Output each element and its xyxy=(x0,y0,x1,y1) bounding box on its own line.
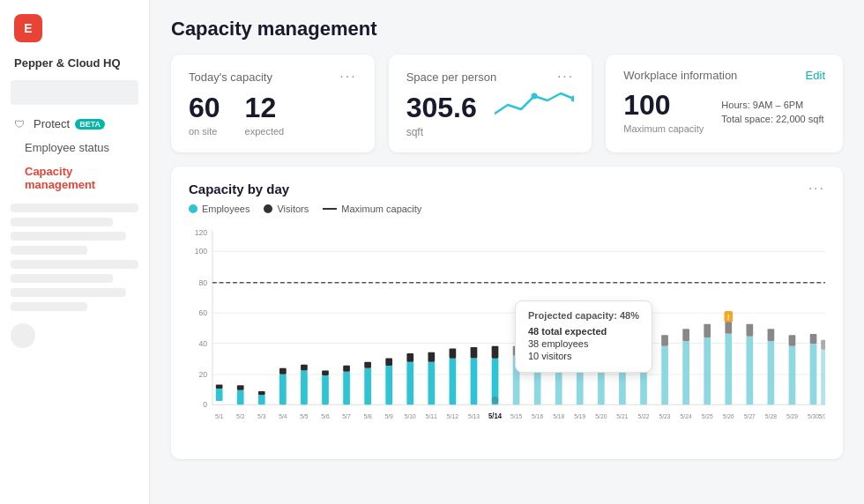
chart-legend: Employees Visitors Maximum capacity xyxy=(189,204,825,214)
legend-max-label: Maximum capacity xyxy=(341,204,421,214)
svg-rect-86 xyxy=(682,341,689,404)
svg-text:5/20: 5/20 xyxy=(595,413,607,419)
beta-badge: BETA xyxy=(75,119,105,130)
skeleton-bar xyxy=(11,274,113,283)
svg-rect-90 xyxy=(704,324,711,337)
svg-text:5/11: 5/11 xyxy=(426,413,437,419)
on-site-label: on site xyxy=(189,126,220,137)
company-name: Pepper & Cloud HQ xyxy=(0,56,149,80)
card-menu-dots[interactable]: ··· xyxy=(339,69,356,85)
svg-text:5/30: 5/30 xyxy=(808,413,819,419)
svg-rect-66 xyxy=(555,346,562,405)
svg-rect-41 xyxy=(385,366,392,404)
svg-rect-53 xyxy=(471,359,478,405)
chart-header: Capacity by day ··· xyxy=(189,181,825,196)
svg-text:5/28: 5/28 xyxy=(765,413,777,419)
svg-text:5/24: 5/24 xyxy=(681,413,692,419)
svg-text:120: 120 xyxy=(195,227,207,236)
sidebar-avatar xyxy=(11,323,35,348)
sidebar-logo-area: E xyxy=(0,14,149,56)
protect-label: Protect xyxy=(34,117,70,130)
svg-text:5/9: 5/9 xyxy=(385,413,393,419)
shield-icon: 🛡 xyxy=(14,118,25,130)
card-edit-button[interactable]: Edit xyxy=(806,69,825,82)
legend-employees: Employees xyxy=(189,204,250,214)
skeleton-bar xyxy=(11,232,126,241)
app-logo: E xyxy=(14,14,42,42)
svg-text:5/12: 5/12 xyxy=(447,413,458,419)
legend-dot-visitors xyxy=(264,204,272,213)
chart-menu-dots[interactable]: ··· xyxy=(808,181,825,196)
skeleton-bar xyxy=(11,246,87,255)
svg-rect-98 xyxy=(746,324,753,337)
svg-text:5/21: 5/21 xyxy=(616,413,628,419)
svg-rect-32 xyxy=(322,375,329,404)
svg-text:5/8: 5/8 xyxy=(363,413,371,419)
space-value-group: 305.6 sqft xyxy=(406,92,477,138)
svg-text:5/6: 5/6 xyxy=(321,413,329,419)
svg-rect-39 xyxy=(364,362,371,368)
svg-rect-42 xyxy=(385,359,392,366)
svg-text:80: 80 xyxy=(199,278,208,287)
card-title-workplace: Workplace information xyxy=(623,69,737,82)
svg-text:20: 20 xyxy=(199,370,208,379)
svg-text:5/2: 5/2 xyxy=(236,413,244,419)
svg-rect-92 xyxy=(725,334,732,405)
sidebar-item-protect[interactable]: 🛡 Protect BETA xyxy=(0,112,149,136)
workplace-hours: Hours: 9AM – 6PM xyxy=(721,100,823,110)
space-unit: sqft xyxy=(406,126,477,138)
svg-text:5/26: 5/26 xyxy=(723,413,734,419)
svg-rect-78 xyxy=(619,322,626,337)
chart-title: Capacity by day xyxy=(189,182,289,196)
svg-text:5/14: 5/14 xyxy=(488,412,502,420)
sparkline xyxy=(495,83,574,130)
svg-rect-27 xyxy=(279,368,287,374)
svg-rect-30 xyxy=(301,365,308,371)
legend-employees-label: Employees xyxy=(202,204,250,214)
legend-dot-employees xyxy=(189,204,197,213)
svg-text:100: 100 xyxy=(195,247,207,256)
sidebar-item-employee-status[interactable]: Employee status xyxy=(0,136,149,159)
svg-rect-20 xyxy=(237,390,244,405)
svg-text:5/27: 5/27 xyxy=(744,413,756,419)
svg-text:5/10: 5/10 xyxy=(405,413,416,419)
svg-rect-103 xyxy=(789,346,796,405)
svg-rect-61 xyxy=(513,346,520,356)
chart-area: Projected capacity: 48% 48 total expecte… xyxy=(189,221,825,445)
svg-rect-84 xyxy=(661,335,668,346)
svg-rect-35 xyxy=(343,372,350,405)
svg-rect-29 xyxy=(301,371,308,405)
svg-rect-101 xyxy=(768,329,775,341)
svg-text:5/15: 5/15 xyxy=(510,413,522,419)
card-workplace: Workplace information Edit 100 Maximum c… xyxy=(606,55,843,152)
svg-text:60: 60 xyxy=(199,308,208,317)
on-site-number: 60 xyxy=(189,92,220,124)
svg-rect-106 xyxy=(810,344,817,404)
svg-rect-54 xyxy=(471,347,478,359)
svg-rect-63 xyxy=(534,353,541,404)
svg-rect-57 xyxy=(492,346,499,359)
skeleton-bar xyxy=(11,218,113,226)
svg-rect-110 xyxy=(821,340,825,350)
sidebar-item-capacity-management[interactable]: Capacity management xyxy=(0,159,149,196)
card-header-workplace: Workplace information Edit xyxy=(623,69,825,82)
svg-rect-38 xyxy=(364,368,371,405)
svg-rect-36 xyxy=(343,366,350,372)
svg-rect-87 xyxy=(682,329,689,341)
card-space-per-person: Space per person ··· 305.6 sqft xyxy=(389,55,592,152)
svg-rect-109 xyxy=(821,350,825,405)
svg-rect-64 xyxy=(534,343,541,354)
svg-rect-100 xyxy=(768,341,775,404)
skeleton-bar xyxy=(11,260,138,269)
svg-rect-50 xyxy=(450,359,457,405)
page-title: Capacity management xyxy=(171,18,843,41)
svg-rect-69 xyxy=(577,344,584,404)
svg-rect-75 xyxy=(598,329,605,341)
max-capacity-label: Maximum capacity xyxy=(623,123,704,134)
svg-text:5/19: 5/19 xyxy=(574,413,585,419)
svg-rect-104 xyxy=(789,335,796,346)
bar-chart-svg: 0 20 40 60 80 100 120 5/1 5/2 xyxy=(189,221,825,441)
main-content: Capacity management Today's capacity ···… xyxy=(150,0,864,504)
svg-text:5/31: 5/31 xyxy=(818,413,825,419)
svg-text:40: 40 xyxy=(199,338,208,347)
